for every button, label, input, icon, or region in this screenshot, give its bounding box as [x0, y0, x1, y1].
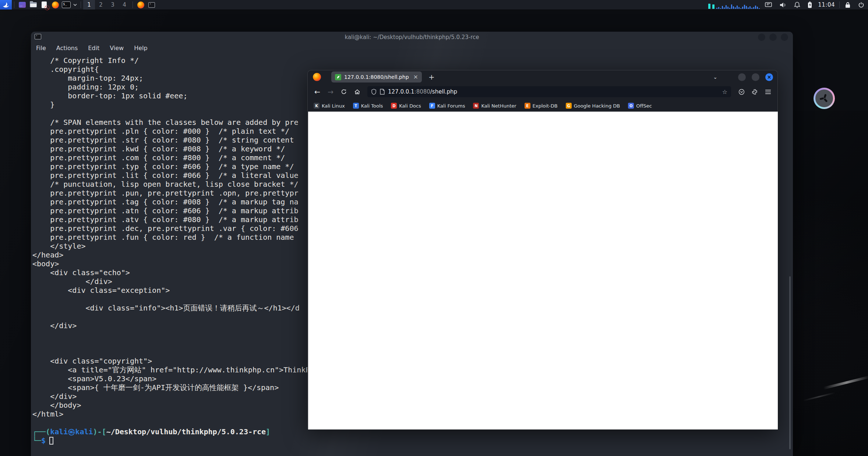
shield-icon[interactable] [371, 89, 377, 95]
terminal-close-button[interactable] [780, 33, 788, 41]
terminal-menu-actions[interactable]: Actions [56, 45, 78, 52]
launcher-dropdown-chevron-icon[interactable] [72, 0, 78, 10]
prompt-segment-user: $ [41, 436, 46, 445]
visualizer-bar [759, 8, 760, 9]
firefox-logo-icon [313, 73, 321, 81]
bookmark-star-icon[interactable]: ☆ [722, 88, 727, 95]
taskbar-firefox-window-button[interactable] [135, 0, 146, 10]
firefox-maximize-button[interactable] [752, 73, 759, 81]
terminal-minimize-button[interactable] [758, 33, 766, 41]
prompt-segment-user: kali㉿kali [50, 427, 93, 436]
visualizer-bar [727, 7, 728, 9]
visualizer-bar [746, 6, 747, 9]
forward-button[interactable]: → [325, 86, 336, 98]
terminal-scrollbar[interactable] [789, 276, 791, 449]
back-button[interactable]: ← [311, 86, 323, 98]
terminal-launcher-icon[interactable]: ... [17, 0, 28, 10]
hamburger-menu-icon[interactable] [762, 86, 774, 98]
google-hacking-db-icon: G [566, 103, 572, 109]
terminal-menu-view[interactable]: View [110, 45, 124, 52]
terminal-menu-help[interactable]: Help [134, 45, 147, 52]
visualizer-bar [729, 8, 730, 9]
panel-separator [133, 1, 133, 8]
volume-icon[interactable] [779, 2, 787, 8]
bookmark-kali-linux[interactable]: KKali Linux [314, 103, 345, 109]
pocket-icon[interactable] [735, 86, 747, 98]
audio-visualizer [708, 1, 760, 9]
widget-triskelion-icon [815, 90, 833, 107]
page-info-icon[interactable] [380, 89, 385, 95]
terminal-title: kali@kali: ~/Desktop/vulhub/thinkphp/5.0… [345, 34, 479, 41]
clock[interactable]: 11:04 [818, 1, 835, 8]
bookmark-label: Google Hacking DB [574, 103, 620, 109]
terminal-titlebar[interactable]: › kali@kali: ~/Desktop/vulhub/thinkphp/5… [31, 32, 793, 43]
firefox-minimize-button[interactable] [738, 73, 746, 81]
bookmark-label: OffSec [636, 103, 652, 109]
bookmark-kali-nethunter[interactable]: NKali NetHunter [473, 103, 516, 109]
thinkphp-favicon [335, 74, 341, 80]
file-manager-launcher-icon[interactable] [28, 0, 39, 10]
prompt-segment-frame: ] [266, 427, 270, 436]
visualizer-bar [731, 4, 732, 9]
bookmark-kali-docs[interactable]: DKali Docs [391, 103, 421, 109]
firefox-launcher-icon[interactable] [50, 0, 61, 10]
visualizer-bar [722, 6, 723, 9]
desktop-widget-icon[interactable] [814, 88, 835, 109]
visualizer-bar [724, 7, 725, 9]
terminal-menu-file[interactable]: File [36, 45, 46, 52]
reload-button[interactable] [338, 86, 350, 98]
kali-menu-button[interactable] [0, 0, 12, 10]
logout-power-icon[interactable] [858, 2, 864, 8]
url-text[interactable]: 127.0.0.1:8080/shell.php [388, 88, 457, 95]
offsec-icon: O [628, 103, 634, 109]
bookmark-label: Kali Tools [361, 103, 383, 109]
kali-tools-icon: T [353, 103, 359, 109]
visualizer-bar [737, 6, 738, 9]
text-editor-launcher-icon[interactable] [39, 0, 50, 10]
kali-nethunter-icon: N [473, 103, 479, 109]
bookmark-kali-tools[interactable]: TKali Tools [353, 103, 383, 109]
exploit-db-icon: E [525, 103, 530, 109]
visualizer-bar [749, 6, 751, 9]
visualizer-bar [716, 8, 717, 9]
bookmark-kali-forums[interactable]: FKali Forums [429, 103, 465, 109]
notification-bell-icon[interactable] [794, 1, 800, 8]
tab-title: 127.0.0.1:8080/shell.php [344, 74, 409, 80]
visualizer-bar [733, 6, 734, 9]
panel-separator [839, 1, 840, 8]
lock-screen-icon[interactable] [845, 2, 851, 8]
workspace-4[interactable]: 4 [119, 0, 130, 10]
firefox-tabbar: 127.0.0.1:8080/shell.php × + ⌄ × [308, 70, 777, 84]
battery-icon[interactable] [808, 1, 812, 8]
tab-close-icon[interactable]: × [413, 74, 418, 80]
workspace-1[interactable]: 1 [83, 0, 95, 10]
network-icon[interactable] [765, 2, 772, 8]
firefox-close-button[interactable]: × [765, 73, 773, 81]
list-tabs-chevron-icon[interactable]: ⌄ [713, 74, 717, 80]
taskbar-terminal-window-button[interactable]: › [146, 0, 157, 10]
prompt-segment-path: ~/Desktop/vulhub/thinkphp/5.0.23-rce [106, 427, 266, 436]
extensions-puzzle-icon[interactable] [749, 86, 761, 98]
home-button[interactable] [351, 86, 363, 98]
terminal-menu-edit[interactable]: Edit [88, 45, 99, 52]
panel-separator [81, 1, 81, 8]
terminal-window-icon: › [35, 34, 41, 39]
visualizer-bar [720, 8, 721, 9]
bookmark-exploit-db[interactable]: EExploit-DB [525, 103, 558, 109]
terminal-maximize-button[interactable] [769, 33, 777, 41]
visualizer-bar [753, 7, 754, 9]
browser-page-content [308, 112, 778, 429]
prompt-segment-frame: )-[ [93, 427, 106, 436]
url-bar[interactable]: 127.0.0.1:8080/shell.php ☆ [367, 86, 731, 97]
workspace-3[interactable]: 3 [107, 0, 119, 10]
cli-launcher-icon[interactable]: $_ [61, 0, 72, 10]
bookmark-offsec[interactable]: OOffSec [628, 103, 652, 109]
bookmark-google-hacking-db[interactable]: GGoogle Hacking DB [566, 103, 620, 109]
bookmark-label: Exploit-DB [533, 103, 558, 109]
visualizer-bar [757, 7, 758, 9]
browser-tab[interactable]: 127.0.0.1:8080/shell.php × [331, 71, 422, 83]
visualizer-bar [712, 4, 714, 9]
new-tab-button[interactable]: + [428, 73, 435, 81]
visualizer-bar [748, 7, 749, 9]
workspace-2[interactable]: 2 [95, 0, 107, 10]
